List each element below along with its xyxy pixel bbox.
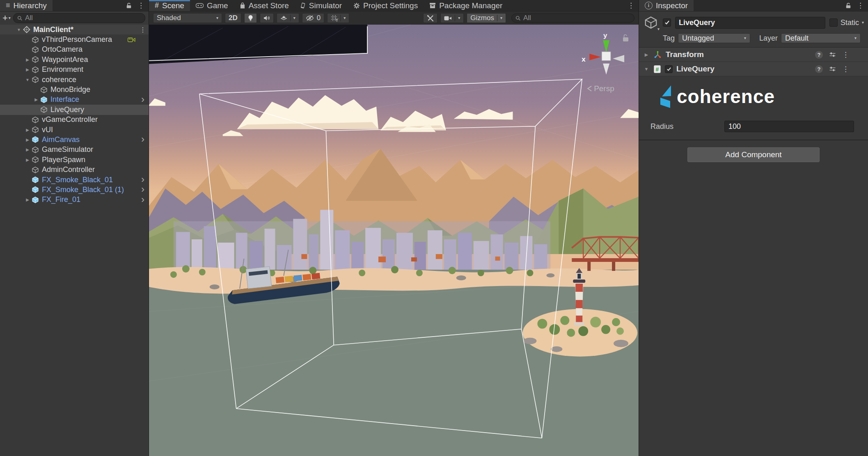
plus-icon: + bbox=[2, 14, 8, 23]
inspector-tab-label: Inspector bbox=[656, 1, 688, 10]
gizmos-dropdown[interactable]: Gizmos ▾ bbox=[467, 13, 506, 23]
help-icon[interactable]: ? bbox=[815, 65, 823, 73]
caret-down-icon[interactable]: ▾ bbox=[862, 21, 864, 25]
kebab-icon[interactable]: ⋮ bbox=[140, 26, 146, 34]
hierarchy-item[interactable]: ▶vUI bbox=[0, 125, 149, 135]
kebab-icon[interactable]: ⋮ bbox=[842, 66, 849, 73]
gameobject-cube-icon[interactable]: ▾ bbox=[644, 16, 659, 30]
chevron-right-icon[interactable]: › bbox=[141, 195, 144, 204]
shading-mode-label: Shaded bbox=[157, 14, 181, 22]
foldout-arrow-icon[interactable]: ▼ bbox=[15, 27, 23, 32]
tab-simulator[interactable]: Simulator bbox=[295, 0, 348, 11]
gizmo-x-label[interactable]: x bbox=[582, 55, 586, 63]
chevron-right-icon[interactable]: › bbox=[141, 134, 144, 144]
speaker-icon bbox=[263, 15, 270, 21]
scene-effects-dropdown[interactable]: ▾ bbox=[277, 13, 299, 23]
scene-search-input[interactable]: All bbox=[511, 14, 634, 23]
kebab-icon[interactable]: ⋮ bbox=[857, 2, 864, 9]
chevron-right-icon[interactable]: › bbox=[141, 184, 144, 194]
scene-camera-dropdown[interactable]: ▾ bbox=[440, 13, 464, 23]
hierarchy-search-input[interactable]: All bbox=[13, 13, 145, 23]
static-checkbox[interactable] bbox=[829, 18, 838, 27]
tab-game[interactable]: Game bbox=[190, 0, 234, 11]
component-name: Transform bbox=[666, 50, 704, 59]
foldout-arrow-icon[interactable]: ▶ bbox=[23, 67, 32, 72]
tag-dropdown[interactable]: Untagged ▾ bbox=[678, 33, 750, 43]
tab-asset-store[interactable]: Asset Store bbox=[234, 0, 295, 11]
tab-scene[interactable]: # Scene bbox=[149, 0, 190, 11]
foldout-arrow-icon[interactable]: ▶ bbox=[23, 57, 32, 62]
tab-project-settings[interactable]: Project Settings bbox=[348, 0, 424, 11]
foldout-arrow-icon[interactable]: ▶ bbox=[23, 137, 32, 142]
presets-icon[interactable] bbox=[829, 66, 836, 72]
gizmo-y-label[interactable]: y bbox=[603, 32, 607, 39]
tab-hierarchy[interactable]: ≡ Hierarchy bbox=[0, 0, 53, 11]
hierarchy-item[interactable]: vGameController bbox=[0, 115, 149, 125]
foldout-arrow-icon[interactable]: ▼ bbox=[23, 78, 32, 82]
foldout-arrow-icon[interactable]: ▶ bbox=[23, 147, 32, 152]
hierarchy-item[interactable]: ▶PlayerSpawn bbox=[0, 155, 149, 165]
shading-mode-dropdown[interactable]: Shaded ▾ bbox=[153, 13, 222, 23]
tab-inspector[interactable]: i Inspector bbox=[639, 0, 694, 11]
scene-3d-viewport[interactable]: y x Persp using alpha version of coheren… bbox=[149, 25, 639, 456]
foldout-arrow-icon[interactable]: ▶ bbox=[643, 52, 650, 57]
persp-label[interactable]: Persp bbox=[594, 84, 614, 93]
add-component-button[interactable]: Add Component bbox=[687, 147, 820, 162]
foldout-arrow-icon[interactable]: ▶ bbox=[23, 197, 32, 202]
tab-game-label: Game bbox=[207, 1, 228, 10]
cube-icon bbox=[40, 106, 49, 113]
layer-dropdown[interactable]: Default ▾ bbox=[781, 33, 861, 43]
hierarchy-item[interactable]: MonoBridge bbox=[0, 85, 149, 94]
scene-tools-button[interactable] bbox=[423, 13, 437, 23]
hierarchy-item[interactable]: ▶FX_Fire_01› bbox=[0, 195, 149, 205]
component-enabled-checkbox[interactable] bbox=[665, 65, 673, 73]
hierarchy-item[interactable]: ▶Environment bbox=[0, 65, 149, 75]
cube-icon bbox=[40, 86, 49, 94]
kebab-icon[interactable]: ⋮ bbox=[628, 2, 634, 9]
foldout-arrow-icon[interactable]: ▶ bbox=[23, 158, 32, 162]
hierarchy-item[interactable]: AdminController bbox=[0, 165, 149, 174]
hierarchy-item[interactable]: ▶GameSimulator bbox=[0, 145, 149, 155]
foldout-arrow-icon[interactable]: ▶ bbox=[23, 128, 32, 132]
hierarchy-item[interactable]: FX_Smoke_Black_01› bbox=[0, 175, 149, 185]
hidden-objects-toggle[interactable]: 0 bbox=[302, 13, 324, 23]
kebab-icon[interactable]: ⋮ bbox=[137, 2, 144, 9]
hierarchy-tabbar: ≡ Hierarchy ⋮ bbox=[0, 0, 149, 11]
transform-component-header[interactable]: ▶ Transform ? ⋮ bbox=[639, 47, 868, 62]
grid-visibility-dropdown[interactable]: Y ▾ bbox=[327, 13, 349, 23]
kebab-icon[interactable]: ⋮ bbox=[842, 51, 849, 58]
hierarchy-item[interactable]: FX_Smoke_Black_01 (1)› bbox=[0, 185, 149, 195]
hierarchy-item[interactable]: LiveQuery bbox=[0, 105, 149, 115]
active-checkbox[interactable] bbox=[663, 18, 671, 27]
hierarchy-item[interactable]: vThirdPersonCamera bbox=[0, 34, 149, 44]
chevron-right-icon[interactable]: › bbox=[141, 174, 144, 184]
gameobject-name-field[interactable]: LiveQuery bbox=[675, 17, 825, 29]
lock-icon[interactable] bbox=[126, 2, 132, 9]
tab-package-manager[interactable]: Package Manager bbox=[424, 0, 508, 11]
create-object-button[interactable]: + ▾ bbox=[2, 14, 11, 23]
static-label: Static bbox=[841, 18, 859, 27]
hierarchy-item[interactable]: ▶WaypointArea bbox=[0, 55, 149, 64]
foldout-arrow-icon[interactable]: ▼ bbox=[643, 66, 650, 71]
scene-lighting-toggle[interactable] bbox=[244, 13, 257, 23]
hierarchy-item[interactable]: ▶Interface› bbox=[0, 95, 149, 105]
toggle-2d-button[interactable]: 2D bbox=[225, 13, 241, 23]
livequery-component-header[interactable]: ▼ # LiveQuery ? ⋮ bbox=[639, 62, 868, 76]
hierarchy-item-label: MainClient* bbox=[33, 25, 73, 34]
cube-icon bbox=[32, 56, 40, 63]
hierarchy-item[interactable]: ▼MainClient*⋮ bbox=[0, 25, 149, 34]
hierarchy-item[interactable]: ▶AimCanvas› bbox=[0, 135, 149, 144]
radius-input[interactable]: 100 bbox=[724, 121, 854, 132]
help-icon[interactable]: ? bbox=[815, 51, 823, 59]
presets-icon[interactable] bbox=[829, 52, 836, 57]
hierarchy-item[interactable]: OrtoCamera bbox=[0, 45, 149, 55]
divider bbox=[639, 140, 868, 140]
foldout-arrow-icon[interactable]: ▶ bbox=[32, 97, 40, 102]
water bbox=[149, 270, 639, 456]
lock-icon[interactable] bbox=[845, 2, 851, 9]
package-box-icon bbox=[429, 2, 436, 9]
hierarchy-item[interactable]: ▼coherence bbox=[0, 75, 149, 85]
scene-audio-toggle[interactable] bbox=[260, 13, 274, 23]
check-icon bbox=[666, 67, 671, 71]
chevron-right-icon[interactable]: › bbox=[141, 94, 144, 104]
